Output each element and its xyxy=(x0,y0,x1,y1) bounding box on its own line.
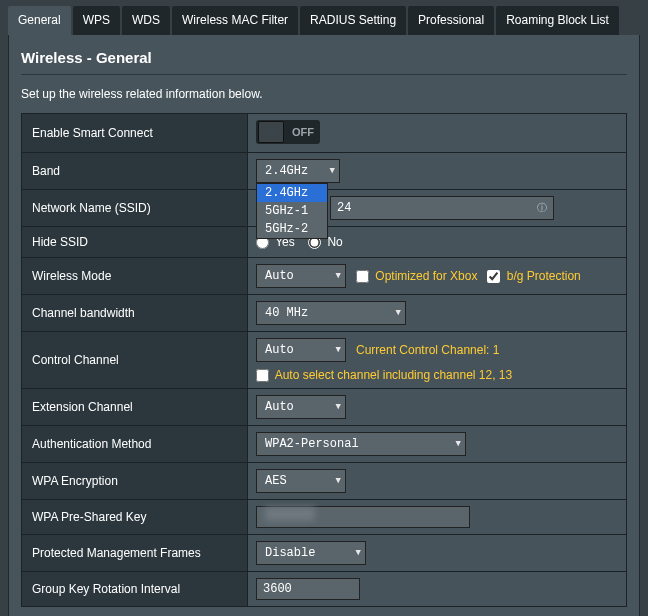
pmf-value: Disable xyxy=(265,546,315,560)
chevron-down-icon: ▼ xyxy=(336,476,341,486)
label-hide-ssid: Hide SSID xyxy=(22,227,248,258)
chevron-down-icon: ▼ xyxy=(456,439,461,449)
chevron-down-icon: ▼ xyxy=(336,271,341,281)
control-channel-auto12-13-checkbox[interactable] xyxy=(256,369,269,382)
ssid-input-value: 24 xyxy=(337,201,351,215)
pmf-select[interactable]: Disable ▼ xyxy=(256,541,366,565)
chevron-down-icon: ▼ xyxy=(330,166,335,176)
label-wpa-psk: WPA Pre-Shared Key xyxy=(22,500,248,535)
band-option-24ghz[interactable]: 2.4GHz xyxy=(257,184,327,202)
chevron-down-icon: ▼ xyxy=(396,308,401,318)
page-subtitle: Set up the wireless related information … xyxy=(21,75,627,113)
band-option-5ghz-1[interactable]: 5GHz-1 xyxy=(257,202,327,220)
tab-wps[interactable]: WPS xyxy=(73,6,120,35)
channel-bandwidth-select[interactable]: 40 MHz ▼ xyxy=(256,301,406,325)
tab-bar: General WPS WDS Wireless MAC Filter RADI… xyxy=(0,0,648,35)
wireless-general-panel: Wireless - General Set up the wireless r… xyxy=(8,35,640,616)
control-channel-auto12-13-label: Auto select channel including channel 12… xyxy=(275,368,513,382)
chevron-down-icon: ▼ xyxy=(336,402,341,412)
wpa-psk-input[interactable] xyxy=(256,506,470,528)
smart-connect-toggle[interactable]: OFF xyxy=(256,120,320,144)
opt-xbox[interactable]: Optimized for Xbox xyxy=(356,269,477,283)
wireless-mode-select[interactable]: Auto ▼ xyxy=(256,264,346,288)
control-channel-value: Auto xyxy=(265,343,294,357)
tab-radius-setting[interactable]: RADIUS Setting xyxy=(300,6,406,35)
wpa-encryption-select[interactable]: AES ▼ xyxy=(256,469,346,493)
label-auth-method: Authentication Method xyxy=(22,426,248,463)
band-option-5ghz-2[interactable]: 5GHz-2 xyxy=(257,220,327,238)
group-key-interval-value: 3600 xyxy=(263,582,292,596)
tab-wds[interactable]: WDS xyxy=(122,6,170,35)
tab-wireless-mac-filter[interactable]: Wireless MAC Filter xyxy=(172,6,298,35)
toggle-knob xyxy=(258,121,284,143)
tab-general[interactable]: General xyxy=(8,6,71,35)
label-smart-connect: Enable Smart Connect xyxy=(22,114,248,153)
label-band: Band xyxy=(22,153,248,190)
auth-method-select[interactable]: WPA2-Personal ▼ xyxy=(256,432,466,456)
settings-table: Enable Smart Connect OFF Band 2.4GHz ▼ 2… xyxy=(21,113,627,607)
group-key-interval-input[interactable]: 3600 xyxy=(256,578,360,600)
label-pmf: Protected Management Frames xyxy=(22,535,248,572)
channel-bandwidth-value: 40 MHz xyxy=(265,306,308,320)
wireless-mode-value: Auto xyxy=(265,269,294,283)
wpa-encryption-value: AES xyxy=(265,474,287,488)
hide-ssid-no-label: No xyxy=(327,235,342,249)
label-group-key-interval: Group Key Rotation Interval xyxy=(22,572,248,607)
toggle-state-text: OFF xyxy=(292,126,314,138)
ssid-input[interactable]: 24 ⓘ xyxy=(330,196,554,220)
chevron-down-icon: ▼ xyxy=(356,548,361,558)
label-control-channel: Control Channel xyxy=(22,332,248,389)
extension-channel-select[interactable]: Auto ▼ xyxy=(256,395,346,419)
chevron-down-icon: ▼ xyxy=(336,345,341,355)
info-icon: ⓘ xyxy=(537,201,547,215)
band-select[interactable]: 2.4GHz ▼ xyxy=(256,159,340,183)
label-channel-bandwidth: Channel bandwidth xyxy=(22,295,248,332)
label-extension-channel: Extension Channel xyxy=(22,389,248,426)
opt-bg-checkbox[interactable] xyxy=(487,270,500,283)
opt-xbox-label: Optimized for Xbox xyxy=(375,269,477,283)
control-channel-status: Current Control Channel: 1 xyxy=(356,343,499,357)
wpa-psk-masked-value xyxy=(265,507,315,521)
tab-professional[interactable]: Professional xyxy=(408,6,494,35)
tab-roaming-block-list[interactable]: Roaming Block List xyxy=(496,6,619,35)
extension-channel-value: Auto xyxy=(265,400,294,414)
opt-xbox-checkbox[interactable] xyxy=(356,270,369,283)
label-ssid: Network Name (SSID) xyxy=(22,190,248,227)
band-dropdown: 2.4GHz 5GHz-1 5GHz-2 xyxy=(256,183,328,239)
control-channel-select[interactable]: Auto ▼ xyxy=(256,338,346,362)
opt-bg-label: b/g Protection xyxy=(507,269,581,283)
label-wpa-encryption: WPA Encryption xyxy=(22,463,248,500)
band-select-value: 2.4GHz xyxy=(265,164,308,178)
opt-bg-protection[interactable]: b/g Protection xyxy=(487,269,580,283)
control-channel-auto12-13[interactable]: Auto select channel including channel 12… xyxy=(256,368,512,382)
page-title: Wireless - General xyxy=(21,45,627,75)
auth-method-value: WPA2-Personal xyxy=(265,437,359,451)
label-wireless-mode: Wireless Mode xyxy=(22,258,248,295)
